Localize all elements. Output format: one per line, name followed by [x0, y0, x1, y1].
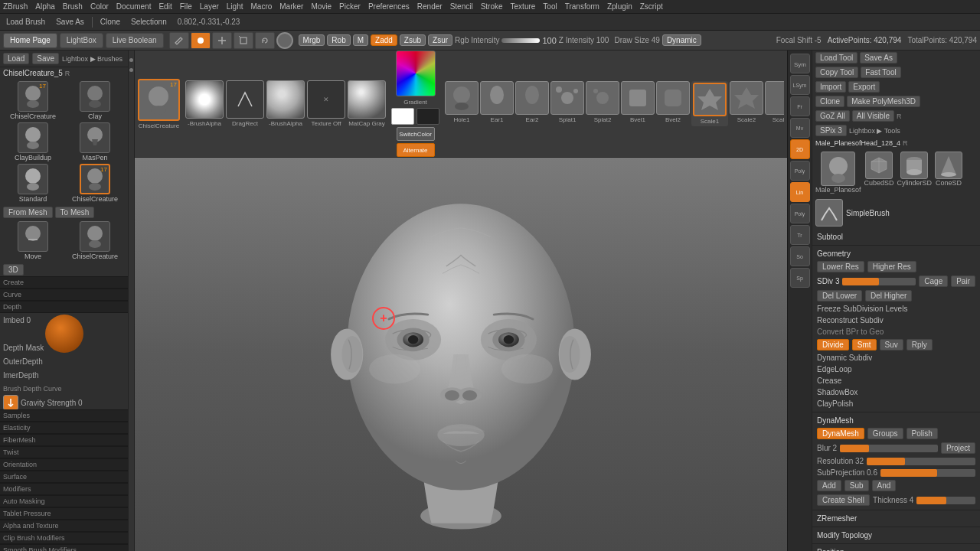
copy-tool-button[interactable]: Copy Tool	[815, 67, 858, 78]
brush-item-move[interactable]: Move	[3, 221, 63, 260]
lightbox-button[interactable]: LightBox	[60, 33, 103, 48]
tool-cubedsd-thumb[interactable]	[865, 152, 893, 179]
drag-rect-thumb[interactable]	[226, 80, 264, 119]
brush-item-chisel2[interactable]: ChiselCreature	[65, 221, 125, 260]
blur-slider[interactable]	[840, 445, 938, 452]
symmetry-button[interactable]: Sym	[790, 54, 810, 73]
add-button[interactable]: Add	[817, 480, 841, 491]
rply-button[interactable]: Rply	[906, 339, 933, 350]
palette-ear1[interactable]: Ear1	[480, 81, 514, 123]
del-lower-button[interactable]: Del Lower	[817, 290, 862, 302]
divide-button[interactable]: Divide	[817, 339, 849, 350]
palette-bvel2-thumb[interactable]	[656, 81, 690, 115]
sdiv-slider[interactable]	[842, 278, 916, 285]
brush-thumb-clay[interactable]	[80, 81, 110, 112]
clone-button[interactable]: Clone	[97, 17, 123, 27]
tool-head-item[interactable]: Male_Planesof	[815, 152, 861, 194]
palette-splat2[interactable]: Splat2	[586, 81, 619, 123]
brush-item-claybuildup[interactable]: ClayBuildup	[3, 122, 63, 161]
save-as-button[interactable]: Save As	[53, 17, 87, 27]
menu-item-file[interactable]: File	[180, 2, 192, 11]
tool-head-thumb[interactable]	[821, 152, 855, 186]
color-picker[interactable]	[396, 51, 436, 96]
fast-tool-button[interactable]: Fast Tool	[861, 67, 900, 78]
brush-item-chisel-creature[interactable]: 17 ChiselCreature	[3, 81, 63, 120]
palette-splat2-thumb[interactable]	[586, 81, 619, 115]
menu-item-stencil[interactable]: Stencil	[450, 2, 473, 11]
brush-thumb-chiseld3[interactable]: 17	[80, 164, 110, 194]
dynamesh-title[interactable]: DynaMesh	[817, 415, 975, 426]
thickness-slider[interactable]	[916, 497, 975, 504]
palette-hole1[interactable]: Hole1	[445, 81, 479, 123]
menu-item-layer[interactable]: Layer	[200, 2, 219, 11]
higher-res-button[interactable]: Higher Res	[867, 261, 916, 272]
lower-res-button[interactable]: Lower Res	[817, 261, 864, 272]
zsur-button[interactable]: Zsur	[428, 34, 452, 46]
dynamesh-button[interactable]: DynaMesh	[817, 428, 864, 439]
linefill-button[interactable]: Lin	[790, 182, 810, 202]
convert-bpr-item[interactable]: Convert BPr to Geo	[817, 326, 975, 337]
palette-scale2b[interactable]: Scale2	[765, 81, 784, 123]
alpha-sphere-item[interactable]: -BrushAlpha	[266, 80, 305, 127]
from-mesh-button[interactable]: From Mesh	[3, 207, 53, 218]
drag-rect-button[interactable]: 3D	[3, 264, 24, 276]
smooth-brush-mod-section[interactable]: Smooth Brush Modifiers	[0, 544, 128, 551]
menu-item-edit[interactable]: Edit	[158, 2, 172, 11]
smt-button[interactable]: Smt	[852, 339, 877, 350]
twist-section[interactable]: Twist	[0, 446, 128, 458]
simple-brush-thumb[interactable]	[815, 199, 843, 227]
brush-thumb-chisel[interactable]: 17	[18, 81, 48, 112]
draw-button[interactable]	[191, 32, 211, 49]
goz-all-button[interactable]: GoZ All	[815, 110, 850, 122]
del-higher-button[interactable]: Del Higher	[865, 290, 912, 302]
tool-cylindersd-thumb[interactable]	[900, 152, 928, 179]
brush-item-maspen[interactable]: MasPen	[65, 122, 125, 161]
resolution-slider[interactable]	[867, 458, 975, 465]
to-mesh-button[interactable]: To Mesh	[55, 207, 95, 218]
load-tool-button[interactable]: Load Tool	[815, 52, 858, 64]
palette-bvel1[interactable]: Bvel1	[621, 81, 655, 123]
crease-item[interactable]: Crease	[817, 375, 975, 386]
active-brush-thumb[interactable]: 17	[138, 79, 180, 121]
texture-off-thumb[interactable]: ✕	[307, 80, 345, 119]
brush-circle-button[interactable]	[276, 32, 293, 49]
palette-scale1-thumb[interactable]	[693, 83, 727, 116]
palette-splat1[interactable]: Splat1	[550, 81, 584, 123]
active-brush-palette-item[interactable]: 17 ChiselCreature	[138, 79, 180, 129]
reconstruct-subdiv-item[interactable]: Reconstruct Subdiv	[817, 315, 975, 326]
menu-item-zplugin[interactable]: Zplugin	[607, 2, 632, 11]
load-brush-btn[interactable]: Load	[3, 53, 29, 64]
black-swatch[interactable]	[416, 108, 439, 125]
create-shell-button[interactable]: Create Shell	[817, 494, 870, 506]
live-boolean-button[interactable]: Live Boolean	[106, 33, 164, 48]
polish-button[interactable]: Polish	[906, 428, 938, 439]
load-brush-button[interactable]: Load Brush	[3, 17, 48, 27]
brush-thumb-chisel2[interactable]	[80, 221, 110, 252]
matcap-item[interactable]: MatCap Gray	[348, 80, 386, 127]
export-button[interactable]: Export	[848, 81, 880, 93]
brush-item-standard[interactable]: Standard	[3, 164, 63, 203]
orientation-section[interactable]: Orientation	[0, 458, 128, 471]
palette-bvel1-thumb[interactable]	[621, 81, 655, 115]
cage-button[interactable]: Cage	[919, 276, 948, 287]
menu-item-document[interactable]: Document	[116, 2, 152, 11]
dynamic-subdiv-item[interactable]: Dynamic Subdiv	[817, 352, 975, 364]
brush-item-clay[interactable]: Clay	[65, 81, 125, 120]
clone-tool-button[interactable]: Clone	[815, 96, 844, 107]
edge-loop-item[interactable]: EdgeLoop	[817, 364, 975, 375]
matcap-thumb[interactable]	[348, 80, 386, 119]
zsub-button[interactable]: Zsub	[400, 34, 426, 46]
move-snap-button[interactable]: Mv	[790, 118, 810, 138]
rgb-intensity-slider[interactable]	[501, 38, 540, 43]
modify-topology-title[interactable]: Modify Topology	[817, 530, 975, 541]
texture-off-item[interactable]: ✕ Texture Off	[307, 80, 345, 127]
tablet-pressure-section[interactable]: Tablet Pressure	[0, 507, 128, 520]
brush-thumb-claybuildup[interactable]	[18, 122, 48, 153]
suv-button[interactable]: Suv	[880, 339, 903, 350]
drag-rect-item[interactable]: DragRect	[226, 80, 264, 127]
menu-item-tool[interactable]: Tool	[543, 2, 557, 11]
brush-thumb-maspen[interactable]	[80, 122, 110, 153]
selection-button[interactable]: Selectionn	[128, 17, 170, 27]
palette-ear1-thumb[interactable]	[480, 81, 514, 115]
menu-item-macro[interactable]: Macro	[250, 2, 272, 11]
